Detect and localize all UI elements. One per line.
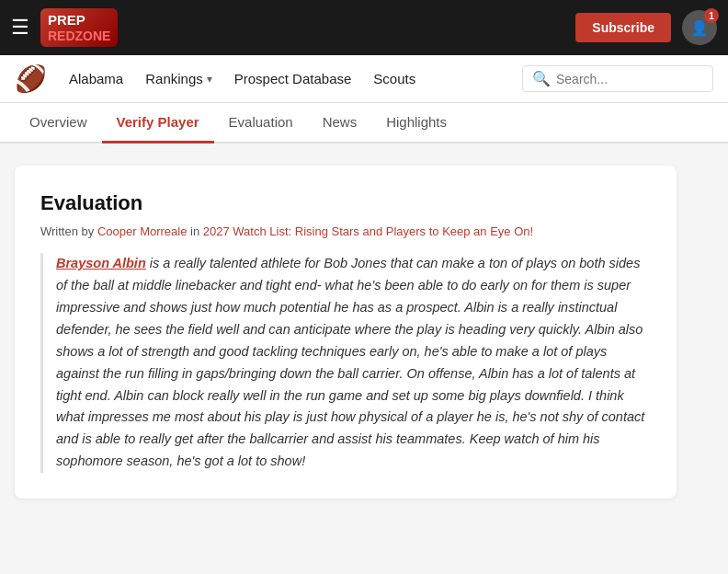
chevron-down-icon: ▾ — [207, 73, 212, 86]
evaluation-text: Brayson Albin is a really talented athle… — [56, 253, 651, 473]
subscribe-button[interactable]: Subscribe — [575, 13, 671, 42]
evaluation-card: Evaluation Written by Cooper Morreale in… — [15, 166, 677, 499]
evaluation-title: Evaluation — [40, 191, 651, 215]
search-box: 🔍 — [522, 65, 713, 92]
tab-nav: Overview Verify Player Evaluation News H… — [0, 103, 728, 144]
nav-scouts[interactable]: Scouts — [373, 71, 415, 86]
tab-verify-player[interactable]: Verify Player — [102, 103, 214, 144]
logo[interactable]: PREP REDZONE — [40, 8, 118, 48]
nav-prospect-database[interactable]: Prospect Database — [234, 71, 352, 86]
tab-evaluation[interactable]: Evaluation — [214, 103, 308, 144]
author-link[interactable]: Cooper Morreale — [97, 224, 188, 238]
tab-news[interactable]: News — [308, 103, 372, 144]
tab-overview[interactable]: Overview — [15, 103, 102, 144]
search-input[interactable] — [556, 72, 703, 86]
evaluation-blockquote: Brayson Albin is a really talented athle… — [40, 253, 651, 473]
avatar-badge: 1 — [704, 8, 719, 23]
search-icon: 🔍 — [532, 70, 551, 87]
written-by-line: Written by Cooper Morreale in 2027 Watch… — [40, 224, 651, 238]
player-link[interactable]: Brayson Albin — [56, 256, 146, 270]
top-nav: ☰ PREP REDZONE Subscribe 👤 1 — [0, 0, 728, 55]
avatar-wrapper: 👤 1 — [682, 10, 717, 45]
secondary-nav: 🏈 Alabama Rankings ▾ Prospect Database S… — [0, 55, 728, 103]
alabama-state-icon[interactable]: 🏈 — [15, 63, 47, 94]
main-content: Evaluation Written by Cooper Morreale in… — [0, 144, 728, 521]
evaluation-body: is a really talented athlete for Bob Jon… — [56, 256, 644, 468]
logo-text: PREP REDZONE — [48, 12, 110, 44]
nav-rankings[interactable]: Rankings ▾ — [145, 71, 212, 86]
hamburger-icon[interactable]: ☰ — [11, 16, 29, 40]
nav-alabama[interactable]: Alabama — [69, 71, 123, 86]
tab-highlights[interactable]: Highlights — [371, 103, 461, 144]
article-link[interactable]: 2027 Watch List: Rising Stars and Player… — [203, 224, 533, 238]
